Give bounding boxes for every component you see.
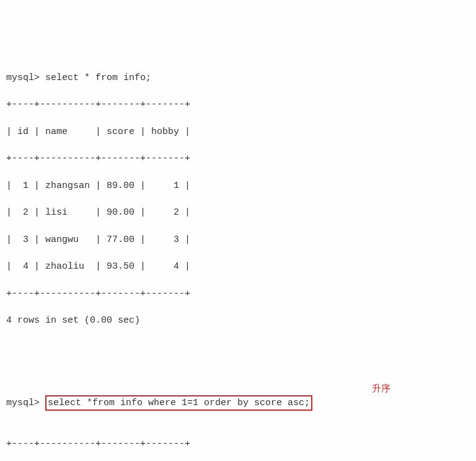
prompt-line-1[interactable]: mysql> select * from info;	[6, 71, 470, 85]
query-1-text: select * from info;	[45, 73, 151, 83]
table-row: | 1 | zhangsan | 89.00 | 1 |	[6, 179, 470, 193]
query-block-2: mysql> select *from info where 1=1 order…	[6, 382, 470, 461]
query-2-text: select *from info where 1=1 order by sco…	[48, 398, 310, 408]
table-border: +----+----------+-------+-------+	[6, 287, 470, 301]
mysql-prompt: mysql>	[6, 73, 40, 83]
annotation-asc: 升序	[372, 382, 390, 395]
query-block-1: mysql> select * from info; +----+-------…	[6, 58, 470, 341]
table-border: +----+----------+-------+-------+	[6, 437, 470, 451]
table-border: +----+----------+-------+-------+	[6, 152, 470, 166]
table-border: +----+----------+-------+-------+	[6, 98, 470, 112]
query-2-highlight-box: select *from info where 1=1 order by sco…	[45, 395, 312, 411]
table-row: | 2 | lisi | 90.00 | 2 |	[6, 206, 470, 220]
table-header: | id | name | score | hobby |	[6, 125, 470, 139]
prompt-line-2[interactable]: mysql> select *from info where 1=1 order…	[6, 395, 470, 411]
table-row: | 4 | zhaoliu | 93.50 | 4 |	[6, 260, 470, 274]
mysql-prompt: mysql>	[6, 398, 40, 408]
result-footer: 4 rows in set (0.00 sec)	[6, 314, 470, 328]
table-row: | 3 | wangwu | 77.00 | 3 |	[6, 233, 470, 247]
